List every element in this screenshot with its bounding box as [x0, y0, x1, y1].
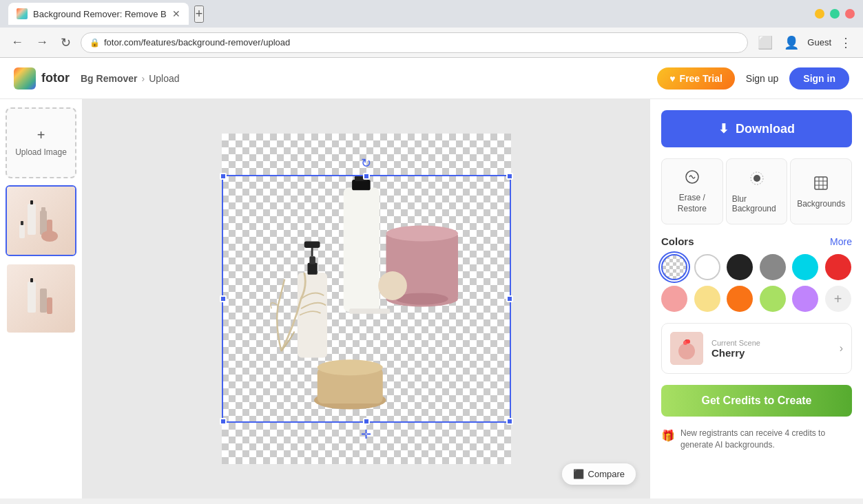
profile-name: Guest: [807, 37, 831, 48]
expand-handle[interactable]: ✛: [361, 427, 371, 442]
browser-tab[interactable]: Background Remover: Remove B ✕: [8, 3, 189, 25]
sign-up-button[interactable]: Sign up: [746, 73, 778, 84]
selection-handle-br[interactable]: [506, 418, 513, 425]
get-credits-button[interactable]: Get Credits to Create: [661, 385, 852, 417]
maximize-button[interactable]: [830, 9, 840, 19]
browser-chrome: Background Remover: Remove B ✕ + ← → ↻ 🔒…: [0, 0, 863, 58]
selection-handle-tm[interactable]: [363, 173, 370, 180]
breadcrumb: Bg Remover › Upload: [81, 73, 180, 84]
backgrounds-button[interactable]: Backgrounds: [790, 158, 852, 224]
scene-thumbnail: [670, 332, 703, 365]
svg-point-38: [678, 343, 695, 359]
selection-box[interactable]: ↻ ✛: [222, 175, 511, 423]
menu-button[interactable]: ⋮: [837, 32, 855, 53]
blur-background-label: Blur Background: [732, 194, 782, 213]
extensions-button[interactable]: ⬜: [755, 32, 776, 53]
heart-icon: ♥: [669, 73, 675, 84]
svg-rect-10: [40, 288, 47, 313]
svg-point-40: [686, 339, 690, 344]
compare-icon: ⬛: [573, 469, 584, 479]
color-swatch-white[interactable]: [694, 254, 720, 280]
browser-toolbar: ← → ↻ 🔒 fotor.com/features/background-re…: [0, 28, 863, 58]
upload-label: Upload Image: [15, 147, 67, 158]
header-right: ♥ Free Trial Sign up Sign in: [657, 67, 849, 90]
erase-restore-button[interactable]: Erase / Restore: [661, 158, 723, 224]
gift-icon: 🎁: [661, 428, 675, 443]
url-text: fotor.com/features/background-remover/up…: [104, 37, 290, 48]
free-trial-button[interactable]: ♥ Free Trial: [657, 67, 735, 90]
color-swatch-orange[interactable]: [727, 286, 753, 312]
svg-rect-9: [30, 278, 33, 282]
upload-image-button[interactable]: + Upload Image: [6, 107, 76, 178]
compare-label: Compare: [588, 469, 625, 479]
svg-rect-6: [19, 224, 25, 238]
close-button[interactable]: [845, 9, 855, 19]
fotor-name: fotor: [41, 71, 70, 85]
color-swatch-black[interactable]: [727, 254, 753, 280]
color-swatch-purple[interactable]: [792, 286, 818, 312]
selection-handle-bm[interactable]: [363, 418, 370, 425]
svg-point-30: [753, 175, 760, 182]
svg-rect-0: [28, 204, 36, 235]
svg-rect-1: [30, 200, 33, 204]
profile-button[interactable]: 👤: [781, 32, 802, 53]
svg-rect-32: [815, 177, 827, 189]
selection-handle-bl[interactable]: [220, 418, 227, 425]
backgrounds-icon: [813, 175, 829, 195]
fotor-logo: fotor: [14, 67, 70, 90]
color-swatch-pink[interactable]: [661, 286, 687, 312]
more-colors-link[interactable]: More: [830, 236, 852, 247]
back-button[interactable]: ←: [8, 32, 26, 52]
compare-button[interactable]: ⬛ Compare: [562, 463, 636, 485]
colors-grid: +: [661, 254, 852, 312]
credits-note-text: New registrants can receive 4 credits to…: [680, 428, 852, 451]
colors-section: Colors More +: [661, 235, 852, 312]
address-bar[interactable]: 🔒 fotor.com/features/background-remover/…: [81, 32, 748, 53]
free-trial-label: Free Trial: [680, 73, 722, 84]
rotate-handle[interactable]: ↻: [361, 156, 371, 171]
scene-arrow-icon: ›: [840, 342, 843, 355]
selection-handle-tl[interactable]: [220, 173, 227, 180]
colors-header: Colors More: [661, 235, 852, 247]
window-controls: [815, 9, 855, 19]
svg-rect-11: [47, 297, 52, 314]
svg-rect-8: [28, 282, 36, 313]
erase-restore-label: Erase / Restore: [667, 193, 717, 214]
blur-icon: [749, 170, 765, 190]
lock-icon: 🔒: [90, 38, 100, 48]
selection-handle-tr[interactable]: [506, 173, 513, 180]
color-add-button[interactable]: +: [825, 286, 851, 312]
fotor-icon: [14, 67, 36, 90]
new-tab-button[interactable]: +: [194, 6, 205, 23]
color-swatch-transparent[interactable]: [661, 254, 687, 280]
app-header: fotor Bg Remover › Upload ♥ Free Trial S…: [0, 58, 863, 99]
thumbnail-2[interactable]: [6, 263, 76, 334]
color-swatch-red[interactable]: [825, 254, 851, 280]
breadcrumb-page: Upload: [149, 73, 179, 84]
color-swatch-lime[interactable]: [760, 286, 786, 312]
download-icon: ⬇: [718, 121, 729, 136]
reload-button[interactable]: ↻: [58, 32, 74, 53]
selection-handle-rm[interactable]: [506, 295, 513, 302]
credits-note: 🎁 New registrants can receive 4 credits …: [661, 428, 852, 451]
svg-rect-5: [47, 220, 52, 236]
forward-button[interactable]: →: [33, 32, 51, 52]
current-scene-section[interactable]: Current Scene Cherry ›: [661, 323, 852, 374]
color-swatch-cyan[interactable]: [792, 254, 818, 280]
download-button[interactable]: ⬇ Download: [661, 110, 852, 147]
blur-background-button[interactable]: Blur Background: [726, 158, 788, 224]
color-swatch-gray[interactable]: [760, 254, 786, 280]
app-name: Bg Remover: [81, 73, 137, 84]
sign-in-button[interactable]: Sign in: [789, 67, 849, 90]
plus-icon: +: [37, 127, 45, 143]
svg-rect-3: [41, 207, 45, 211]
minimize-button[interactable]: [815, 9, 824, 19]
colors-title: Colors: [661, 235, 694, 247]
tab-close-button[interactable]: ✕: [172, 8, 180, 19]
thumbnail-1[interactable]: [6, 185, 76, 256]
favicon: [17, 8, 28, 19]
erase-icon: [684, 169, 700, 189]
svg-rect-7: [21, 221, 23, 225]
selection-handle-lm[interactable]: [220, 295, 227, 302]
color-swatch-yellow[interactable]: [694, 286, 720, 312]
